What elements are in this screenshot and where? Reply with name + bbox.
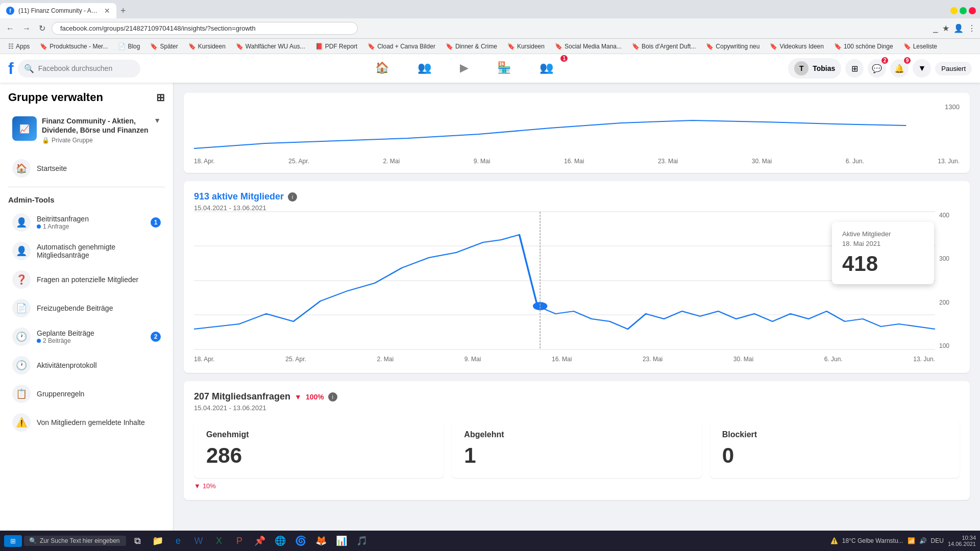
group-dropdown-arrow[interactable]: ▼ [154, 116, 161, 124]
bookmark-kursideen1[interactable]: 🔖Kursideen [184, 42, 230, 51]
bookmark-bois[interactable]: 🔖Bois d'Argent Duft... [628, 42, 700, 51]
maximize-button[interactable] [960, 7, 967, 14]
sidebar-item-gemeldet[interactable]: ⚠️ Von Mitgliedern gemeldete Inhalte [4, 408, 169, 437]
freizugebende-label: Freizugebende Beiträge [37, 304, 161, 312]
weather-icon: ⚠️ [830, 537, 838, 544]
sidebar-item-freizugebende[interactable]: 📄 Freizugebende Beiträge [4, 294, 169, 322]
new-tab-button[interactable]: + [116, 6, 130, 16]
sidebar-item-gruppenregeln[interactable]: 📋 Gruppenregeln [4, 380, 169, 408]
nav-home[interactable]: 🏠 [363, 57, 401, 80]
bookmark-kursideen2[interactable]: 🔖Kursideen [503, 42, 549, 51]
active-members-date: 15.04.2021 - 13.06.2021 [194, 204, 960, 212]
start-button[interactable]: ⊞ [4, 535, 22, 547]
user-profile-button[interactable]: T Tobias [788, 58, 841, 79]
tooltip-value: 418 [842, 252, 924, 276]
window-controls [950, 7, 980, 14]
paused-button[interactable]: Pausiert [935, 62, 972, 76]
search-input[interactable] [38, 64, 130, 72]
taskbar-explorer[interactable]: 📁 [149, 532, 167, 550]
bookmark-canva[interactable]: 🔖Cload + Canva Bilder [363, 42, 439, 51]
group-name: Finanz Community - Aktien, Dividende, Bö… [42, 116, 149, 135]
bookmark-social[interactable]: 🔖Social Media Mana... [551, 42, 626, 51]
sidebar-item-startseite[interactable]: 🏠 Startseite [4, 154, 169, 183]
nav-marketplace[interactable]: 🏪 [485, 57, 523, 80]
bookmark-copywriting[interactable]: 🔖Copywriting neu [702, 42, 764, 51]
extensions-icon[interactable]: ⎯ [933, 24, 938, 33]
taskbar-taskview[interactable]: ⧉ [128, 532, 146, 550]
taskbar-powerpoint[interactable]: P [230, 532, 249, 550]
taskbar-app5[interactable]: 📌 [251, 532, 269, 550]
bookmark-wahlfächer[interactable]: 🔖Wahlfächer WU Aus... [232, 42, 309, 51]
taskbar-app8[interactable]: 🦊 [312, 532, 330, 550]
y-label-400: 400 [939, 212, 960, 219]
bookmark-apps[interactable]: ☷Apps [4, 42, 34, 51]
close-tab-button[interactable]: ✕ [104, 7, 110, 15]
sidebar-item-fragen[interactable]: ❓ Fragen an potenzielle Mitglieder [4, 265, 169, 294]
svg-point-5 [533, 302, 547, 310]
main-content: 1300 18. Apr.25. Apr.2. Mai9. Mai16. Mai… [174, 83, 980, 551]
menu-icon[interactable]: ⋮ [968, 23, 976, 33]
beitrittsanfragen-icon: 👤 [12, 213, 31, 232]
forward-button[interactable]: → [20, 22, 33, 35]
bookmark-später[interactable]: 🔖Später [146, 42, 182, 51]
main-content-area: Gruppe verwalten ⊞ 📈 Finanz Community - … [0, 83, 980, 551]
taskbar-app10[interactable]: 🎵 [353, 532, 371, 550]
sidebar-item-geplante[interactable]: 🕐 Geplante Beiträge 2 Beiträge 2 [4, 322, 169, 351]
member-requests-date: 15.04.2021 - 13.06.2021 [194, 404, 960, 412]
taskbar-edge[interactable]: e [169, 532, 187, 550]
active-members-x-labels: 18. Apr.25. Apr.2. Mai9. Mai16. Mai23. M… [194, 356, 935, 363]
group-info[interactable]: 📈 Finanz Community - Aktien, Dividende, … [4, 110, 169, 150]
bookmark-leseliste[interactable]: 🔖Leseliste [899, 42, 941, 51]
sidebar-settings-icon[interactable]: ⊞ [156, 91, 165, 104]
nav-friends[interactable]: 👥 [405, 57, 444, 80]
bookmark-produktsuche[interactable]: 🔖Produktsuche - Mer... [36, 42, 112, 51]
bookmark-star-icon[interactable]: ★ [942, 23, 949, 33]
taskbar-chrome[interactable]: 🌀 [291, 532, 310, 550]
rejected-stat: Abgelehnt 1 [452, 420, 701, 478]
search-icon: 🔍 [24, 64, 34, 73]
close-button[interactable] [969, 7, 976, 14]
taskbar-app9[interactable]: 📊 [332, 532, 351, 550]
bookmark-dinner[interactable]: 🔖Dinner & Crime [442, 42, 501, 51]
notifications-icon-button[interactable]: 🔔 9 [890, 59, 909, 78]
active-tab[interactable]: f (11) Finanz Community - Aktien... ✕ [0, 3, 116, 18]
profile-icon[interactable]: 👤 [953, 23, 964, 33]
messenger-icon-button[interactable]: 💬 2 [868, 59, 886, 78]
sidebar-title: Gruppe verwalten ⊞ [0, 91, 173, 110]
fb-logo: f [8, 59, 14, 78]
search-bar[interactable]: 🔍 [18, 60, 140, 78]
y-label-300: 300 [939, 255, 960, 262]
trend-down-icon: ▼ [295, 393, 302, 401]
bookmark-videokurs[interactable]: 🔖Videokurs Ideen [766, 42, 828, 51]
member-requests-info-icon[interactable]: i [328, 392, 337, 402]
bookmarks-bar: ☷Apps 🔖Produktsuche - Mer... 📄Blog 🔖Spät… [0, 39, 980, 54]
minimize-button[interactable] [950, 7, 958, 14]
rejected-label: Abgelehnt [464, 430, 689, 439]
percent-badge: 100% [306, 393, 324, 401]
apps-icon-button[interactable]: ⊞ [845, 59, 864, 78]
bookmark-100[interactable]: 🔖100 schöne Dinge [830, 42, 897, 51]
reload-button[interactable]: ↻ [37, 21, 47, 35]
nav-groups[interactable]: 👥 1 [527, 57, 566, 80]
taskbar-search[interactable]: 🔍 Zur Suche Text hier eingeben [24, 536, 126, 546]
bookmark-blog[interactable]: 📄Blog [114, 42, 144, 51]
taskbar-app6[interactable]: 🌐 [271, 532, 289, 550]
member-requests-stats: Genehmigt 286 Abgelehnt 1 Blockiert 0 [194, 420, 960, 478]
startseite-icon: 🏠 [12, 159, 31, 178]
address-input[interactable] [52, 22, 358, 35]
taskbar-clock: 10:34 14.06.2021 [948, 535, 976, 547]
active-members-chart [194, 212, 935, 349]
back-button[interactable]: ← [4, 22, 16, 35]
sidebar-item-beitrittsanfragen[interactable]: 👤 Beitrittsanfragen 1 Anfrage 1 [4, 208, 169, 237]
nav-watch[interactable]: ▶ [448, 57, 481, 80]
bookmark-pdf[interactable]: 📕PDF Report [311, 42, 361, 51]
sidebar-item-aktivitäten[interactable]: 🕐 Aktivitätenprotokoll [4, 351, 169, 380]
gemeldet-label: Von Mitgliedern gemeldete Inhalte [37, 418, 161, 427]
sidebar-item-automatisch[interactable]: 👤 Automatisch genehmigte Mitgliedsanträg… [4, 237, 169, 265]
account-menu-button[interactable]: ▼ [913, 59, 931, 78]
active-members-info-icon[interactable]: i [288, 192, 297, 202]
taskbar-word[interactable]: W [189, 532, 208, 550]
sidebar: Gruppe verwalten ⊞ 📈 Finanz Community - … [0, 83, 174, 551]
taskbar-excel[interactable]: X [210, 532, 228, 550]
top-chart-x-labels: 18. Apr.25. Apr.2. Mai9. Mai16. Mai23. M… [194, 158, 960, 165]
